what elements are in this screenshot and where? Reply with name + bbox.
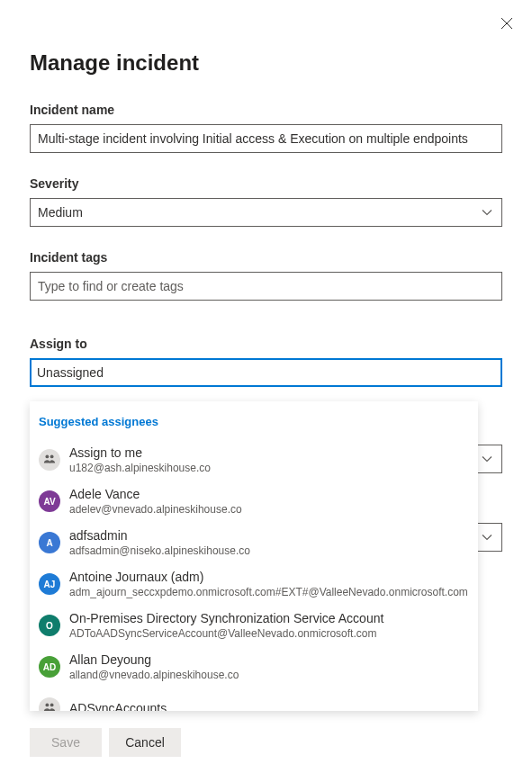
- svg-point-2: [45, 454, 49, 458]
- group-icon: [43, 701, 56, 711]
- svg-point-3: [50, 454, 54, 458]
- suggest-item[interactable]: Assign to meu182@ash.alpineskihouse.co: [30, 439, 478, 481]
- suggest-item[interactable]: Aadfsadminadfsadmin@niseko.alpineskihous…: [30, 522, 478, 563]
- suggest-item-email: adfsadmin@niseko.alpineskihouse.co: [69, 544, 469, 558]
- severity-dropdown[interactable]: Medium: [30, 198, 502, 227]
- suggest-item-email: ADToAADSyncServiceAccount@ValleeNevado.o…: [69, 626, 469, 641]
- avatar: AD: [39, 656, 60, 678]
- suggest-header: Suggested assignees: [30, 401, 478, 439]
- suggest-item-name: Allan Deyoung: [69, 652, 469, 668]
- chevron-down-icon: [480, 530, 494, 544]
- assign-to-label: Assign to: [30, 337, 502, 351]
- avatar: A: [39, 532, 60, 553]
- suggest-item-name: On-Premises Directory Synchronization Se…: [69, 610, 469, 626]
- close-button[interactable]: [500, 16, 514, 31]
- suggest-item[interactable]: ADSyncAccounts: [30, 688, 478, 711]
- suggest-item[interactable]: AJAntoine Journaux (adm)adm_ajourn_seccx…: [30, 563, 478, 605]
- incident-name-input[interactable]: [30, 124, 502, 153]
- suggest-item-name: Adele Vance: [69, 486, 469, 502]
- incident-tags-label: Incident tags: [30, 250, 502, 265]
- suggest-item-name: Assign to me: [69, 445, 469, 461]
- avatar: AV: [39, 490, 60, 512]
- suggest-item-email: adm_ajourn_seccxpdemo.onmicrosoft.com#EX…: [69, 585, 469, 599]
- suggest-item-email: alland@vnevado.alpineskihouse.co: [69, 668, 469, 682]
- suggest-item[interactable]: AVAdele Vanceadelev@vnevado.alpineskihou…: [30, 481, 478, 522]
- suggest-item-name: adfsadmin: [69, 527, 469, 544]
- suggest-item[interactable]: OOn-Premises Directory Synchronization S…: [30, 605, 478, 646]
- suggest-assignees-panel: Suggested assignees Assign to meu182@ash…: [30, 401, 478, 711]
- suggest-list[interactable]: Assign to meu182@ash.alpineskihouse.coAV…: [30, 439, 478, 711]
- svg-point-4: [45, 703, 49, 706]
- incident-name-label: Incident name: [30, 103, 502, 117]
- chevron-down-icon: [480, 452, 494, 466]
- close-icon: [500, 17, 513, 30]
- cancel-button[interactable]: Cancel: [109, 728, 181, 757]
- svg-point-5: [50, 703, 54, 706]
- avatar: [39, 449, 60, 471]
- avatar: AJ: [39, 573, 60, 595]
- group-icon: [43, 453, 56, 467]
- severity-value: Medium: [38, 205, 480, 220]
- severity-label: Severity: [30, 176, 502, 191]
- avatar: [39, 697, 60, 711]
- chevron-down-icon: [480, 205, 494, 220]
- save-button[interactable]: Save: [30, 728, 102, 757]
- suggest-item-name: Antoine Journaux (adm): [69, 569, 469, 585]
- incident-tags-input[interactable]: [30, 272, 502, 301]
- suggest-item[interactable]: ADAllan Deyoungalland@vnevado.alpineskih…: [30, 646, 478, 688]
- suggest-item-name: ADSyncAccounts: [69, 700, 469, 711]
- suggest-item-email: u182@ash.alpineskihouse.co: [69, 461, 469, 475]
- suggest-item-email: adelev@vnevado.alpineskihouse.co: [69, 502, 469, 517]
- assign-to-input[interactable]: [30, 358, 502, 387]
- panel-title: Manage incident: [30, 50, 502, 76]
- avatar: O: [39, 615, 60, 636]
